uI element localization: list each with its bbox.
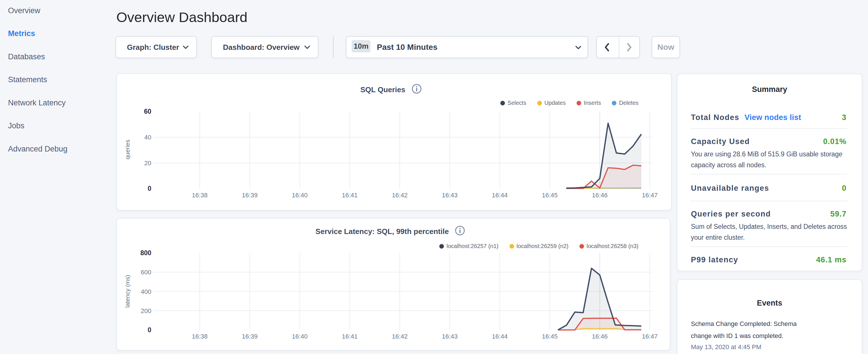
svg-text:0: 0 <box>148 185 151 192</box>
svg-text:16:44: 16:44 <box>492 333 507 340</box>
svg-text:latency (ms): latency (ms) <box>124 275 131 308</box>
svg-text:16:41: 16:41 <box>342 333 358 340</box>
svg-text:400: 400 <box>141 288 151 295</box>
svg-text:40: 40 <box>145 134 151 141</box>
svg-text:16:40: 16:40 <box>292 333 308 340</box>
svg-text:16:39: 16:39 <box>242 192 258 199</box>
svg-text:16:44: 16:44 <box>492 192 507 199</box>
svg-text:16:42: 16:42 <box>392 333 407 340</box>
svg-text:16:42: 16:42 <box>392 192 407 199</box>
svg-text:800: 800 <box>141 249 151 257</box>
svg-text:0: 0 <box>148 326 151 334</box>
svg-text:600: 600 <box>141 269 151 276</box>
svg-text:16:46: 16:46 <box>592 192 608 199</box>
svg-text:16:47: 16:47 <box>642 333 658 340</box>
svg-text:16:40: 16:40 <box>292 192 308 199</box>
svg-text:16:47: 16:47 <box>642 192 658 199</box>
svg-text:queries: queries <box>124 140 131 160</box>
svg-text:16:38: 16:38 <box>192 192 208 199</box>
svg-text:20: 20 <box>145 160 151 167</box>
svg-text:16:45: 16:45 <box>542 192 558 199</box>
svg-text:60: 60 <box>144 108 151 115</box>
svg-text:16:41: 16:41 <box>342 192 358 199</box>
svg-text:200: 200 <box>141 307 151 315</box>
svg-text:16:43: 16:43 <box>442 192 458 199</box>
svg-text:16:46: 16:46 <box>592 333 608 340</box>
svg-text:16:45: 16:45 <box>542 333 558 340</box>
svg-text:16:43: 16:43 <box>442 333 458 340</box>
svg-text:16:39: 16:39 <box>242 333 258 340</box>
svg-text:16:38: 16:38 <box>192 333 208 340</box>
